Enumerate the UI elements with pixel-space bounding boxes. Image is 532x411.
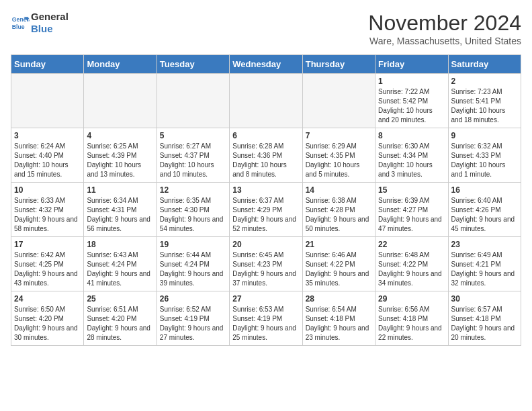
calendar-day-cell — [11, 74, 84, 128]
calendar-day-cell: 24Sunrise: 6:50 AM Sunset: 4:20 PM Dayli… — [11, 291, 84, 346]
calendar-weekday-header: Monday — [84, 55, 157, 74]
day-number: 22 — [378, 240, 445, 249]
calendar-weekday-header: Saturday — [448, 55, 521, 74]
calendar-day-cell: 15Sunrise: 6:39 AM Sunset: 4:27 PM Dayli… — [375, 183, 448, 237]
calendar-day-cell: 4Sunrise: 6:25 AM Sunset: 4:39 PM Daylig… — [84, 128, 157, 183]
day-info: Sunrise: 6:49 AM Sunset: 4:21 PM Dayligh… — [451, 250, 518, 288]
calendar-day-cell: 26Sunrise: 6:52 AM Sunset: 4:19 PM Dayli… — [157, 291, 229, 346]
calendar-day-cell: 21Sunrise: 6:46 AM Sunset: 4:22 PM Dayli… — [302, 237, 375, 291]
day-info: Sunrise: 6:24 AM Sunset: 4:40 PM Dayligh… — [14, 142, 81, 179]
calendar-week-row: 3Sunrise: 6:24 AM Sunset: 4:40 PM Daylig… — [11, 128, 521, 183]
calendar-day-cell: 10Sunrise: 6:33 AM Sunset: 4:32 PM Dayli… — [11, 183, 84, 237]
day-number: 14 — [306, 185, 372, 195]
calendar-day-cell: 27Sunrise: 6:53 AM Sunset: 4:19 PM Dayli… — [230, 291, 302, 346]
calendar-day-cell: 19Sunrise: 6:44 AM Sunset: 4:24 PM Dayli… — [157, 237, 229, 291]
day-info: Sunrise: 6:53 AM Sunset: 4:19 PM Dayligh… — [232, 305, 299, 342]
day-number: 17 — [14, 240, 81, 249]
calendar-day-cell: 6Sunrise: 6:28 AM Sunset: 4:36 PM Daylig… — [230, 128, 302, 183]
logo-line2: Blue — [31, 23, 69, 35]
day-info: Sunrise: 6:37 AM Sunset: 4:29 PM Dayligh… — [232, 196, 299, 234]
day-number: 27 — [232, 294, 299, 304]
calendar-day-cell: 1Sunrise: 7:22 AM Sunset: 5:42 PM Daylig… — [375, 74, 448, 128]
day-number: 25 — [87, 294, 153, 304]
calendar-day-cell: 23Sunrise: 6:49 AM Sunset: 4:21 PM Dayli… — [448, 237, 521, 291]
calendar-day-cell: 20Sunrise: 6:45 AM Sunset: 4:23 PM Dayli… — [230, 237, 302, 291]
calendar-day-cell — [157, 74, 229, 128]
day-info: Sunrise: 6:25 AM Sunset: 4:39 PM Dayligh… — [87, 142, 153, 179]
day-info: Sunrise: 6:43 AM Sunset: 4:24 PM Dayligh… — [87, 250, 153, 288]
day-info: Sunrise: 6:35 AM Sunset: 4:30 PM Dayligh… — [160, 196, 226, 234]
day-info: Sunrise: 6:57 AM Sunset: 4:18 PM Dayligh… — [451, 305, 518, 342]
day-info: Sunrise: 6:52 AM Sunset: 4:19 PM Dayligh… — [160, 305, 226, 342]
day-number: 20 — [232, 240, 299, 249]
calendar-day-cell: 14Sunrise: 6:38 AM Sunset: 4:28 PM Dayli… — [302, 183, 375, 237]
calendar-week-row: 17Sunrise: 6:42 AM Sunset: 4:25 PM Dayli… — [11, 237, 521, 291]
calendar-day-cell — [230, 74, 302, 128]
calendar-day-cell: 18Sunrise: 6:43 AM Sunset: 4:24 PM Dayli… — [84, 237, 157, 291]
calendar-day-cell: 9Sunrise: 6:32 AM Sunset: 4:33 PM Daylig… — [448, 128, 521, 183]
day-number: 1 — [378, 77, 445, 86]
day-number: 28 — [306, 294, 372, 304]
calendar-weekday-header: Wednesday — [230, 55, 302, 74]
day-info: Sunrise: 6:44 AM Sunset: 4:24 PM Dayligh… — [160, 250, 226, 288]
day-info: Sunrise: 6:56 AM Sunset: 4:18 PM Dayligh… — [378, 305, 445, 342]
day-info: Sunrise: 6:28 AM Sunset: 4:36 PM Dayligh… — [232, 142, 299, 179]
day-number: 6 — [232, 131, 299, 140]
calendar-day-cell: 16Sunrise: 6:40 AM Sunset: 4:26 PM Dayli… — [448, 183, 521, 237]
location: Ware, Massachusetts, United States — [368, 36, 521, 46]
title-area: November 2024 Ware, Massachusetts, Unite… — [368, 11, 521, 46]
day-number: 26 — [160, 294, 226, 304]
svg-text:Blue: Blue — [12, 24, 25, 30]
day-number: 15 — [378, 185, 445, 195]
day-info: Sunrise: 7:22 AM Sunset: 5:42 PM Dayligh… — [378, 87, 445, 125]
day-number: 2 — [451, 77, 518, 86]
calendar-day-cell: 8Sunrise: 6:30 AM Sunset: 4:34 PM Daylig… — [375, 128, 448, 183]
calendar-day-cell: 17Sunrise: 6:42 AM Sunset: 4:25 PM Dayli… — [11, 237, 84, 291]
calendar-day-cell: 3Sunrise: 6:24 AM Sunset: 4:40 PM Daylig… — [11, 128, 84, 183]
day-info: Sunrise: 6:54 AM Sunset: 4:18 PM Dayligh… — [306, 305, 372, 342]
header: General Blue General Blue November 2024 … — [11, 11, 521, 46]
day-number: 11 — [87, 185, 153, 195]
calendar-week-row: 10Sunrise: 6:33 AM Sunset: 4:32 PM Dayli… — [11, 183, 521, 237]
calendar-day-cell: 12Sunrise: 6:35 AM Sunset: 4:30 PM Dayli… — [157, 183, 229, 237]
day-number: 8 — [378, 131, 445, 140]
day-number: 21 — [306, 240, 372, 249]
day-info: Sunrise: 6:50 AM Sunset: 4:20 PM Dayligh… — [14, 305, 81, 342]
calendar-weekday-header: Tuesday — [157, 55, 229, 74]
calendar-day-cell: 28Sunrise: 6:54 AM Sunset: 4:18 PM Dayli… — [302, 291, 375, 346]
day-info: Sunrise: 6:45 AM Sunset: 4:23 PM Dayligh… — [232, 250, 299, 288]
day-number: 10 — [14, 185, 81, 195]
day-info: Sunrise: 7:23 AM Sunset: 5:41 PM Dayligh… — [451, 87, 518, 125]
day-info: Sunrise: 6:34 AM Sunset: 4:31 PM Dayligh… — [87, 196, 153, 234]
calendar-weekday-header: Sunday — [11, 55, 84, 74]
day-info: Sunrise: 6:51 AM Sunset: 4:20 PM Dayligh… — [87, 305, 153, 342]
logo-icon: General Blue — [11, 13, 30, 32]
calendar-day-cell: 30Sunrise: 6:57 AM Sunset: 4:18 PM Dayli… — [448, 291, 521, 346]
day-info: Sunrise: 6:39 AM Sunset: 4:27 PM Dayligh… — [378, 196, 445, 234]
calendar-header-row: SundayMondayTuesdayWednesdayThursdayFrid… — [11, 55, 521, 74]
day-info: Sunrise: 6:46 AM Sunset: 4:22 PM Dayligh… — [306, 250, 372, 288]
calendar-day-cell: 22Sunrise: 6:48 AM Sunset: 4:22 PM Dayli… — [375, 237, 448, 291]
calendar-day-cell — [302, 74, 375, 128]
logo-line1: General — [31, 11, 69, 23]
calendar-table: SundayMondayTuesdayWednesdayThursdayFrid… — [11, 54, 521, 346]
day-number: 12 — [160, 185, 226, 195]
day-info: Sunrise: 6:32 AM Sunset: 4:33 PM Dayligh… — [451, 142, 518, 179]
day-info: Sunrise: 6:48 AM Sunset: 4:22 PM Dayligh… — [378, 250, 445, 288]
calendar-day-cell — [84, 74, 157, 128]
day-number: 30 — [451, 294, 518, 304]
day-info: Sunrise: 6:30 AM Sunset: 4:34 PM Dayligh… — [378, 142, 445, 179]
day-info: Sunrise: 6:42 AM Sunset: 4:25 PM Dayligh… — [14, 250, 81, 288]
day-number: 5 — [160, 131, 226, 140]
calendar-week-row: 24Sunrise: 6:50 AM Sunset: 4:20 PM Dayli… — [11, 291, 521, 346]
calendar-day-cell: 13Sunrise: 6:37 AM Sunset: 4:29 PM Dayli… — [230, 183, 302, 237]
day-number: 16 — [451, 185, 518, 195]
calendar-day-cell: 25Sunrise: 6:51 AM Sunset: 4:20 PM Dayli… — [84, 291, 157, 346]
month-title: November 2024 — [368, 11, 521, 36]
day-info: Sunrise: 6:38 AM Sunset: 4:28 PM Dayligh… — [306, 196, 372, 234]
day-info: Sunrise: 6:40 AM Sunset: 4:26 PM Dayligh… — [451, 196, 518, 234]
day-number: 7 — [306, 131, 372, 140]
day-number: 3 — [14, 131, 81, 140]
logo: General Blue General Blue — [11, 11, 69, 35]
day-number: 24 — [14, 294, 81, 304]
